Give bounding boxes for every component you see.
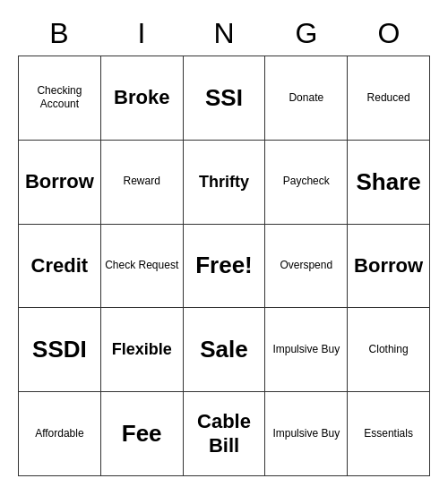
bingo-cell[interactable]: Impulsive Buy (265, 308, 348, 392)
bingo-cell[interactable]: Donate (265, 56, 348, 141)
bingo-cell[interactable]: Essentials (348, 392, 430, 476)
cell-text: Impulsive Buy (272, 343, 340, 357)
bingo-cell[interactable]: Free! (184, 225, 266, 309)
bingo-cell[interactable]: Checking Account (19, 56, 101, 141)
bingo-cell[interactable]: Paycheck (265, 141, 348, 225)
cell-text: Borrow (25, 170, 94, 193)
bingo-cell[interactable]: Thrifty (184, 141, 266, 225)
bingo-cell[interactable]: Sale (184, 308, 266, 392)
bingo-card: BINGO Checking AccountBrokeSSIDonateRedu… (18, 11, 430, 476)
bingo-cell[interactable]: Reduced (348, 56, 430, 141)
cell-text: Free! (195, 252, 253, 279)
cell-text: Thrifty (199, 173, 249, 192)
bingo-cell[interactable]: SSDI (19, 308, 101, 392)
cell-text: Fee (122, 420, 162, 448)
cell-text: Flexible (112, 340, 172, 359)
cell-text: Checking Account (22, 84, 97, 112)
cell-text: Share (356, 168, 420, 196)
cell-text: Reduced (367, 91, 410, 106)
cell-text: Reward (124, 175, 160, 189)
cell-text: Affordable (35, 427, 84, 441)
bingo-cell[interactable]: Flexible (101, 308, 184, 392)
bingo-cell[interactable]: Credit (19, 225, 101, 309)
cell-text: Borrow (354, 254, 423, 278)
cell-text: Overspend (280, 259, 332, 273)
bingo-cell[interactable]: Clothing (348, 308, 430, 392)
bingo-cell[interactable]: Broke (101, 56, 184, 141)
cell-text: Broke (114, 86, 169, 109)
cell-text: Sale (200, 336, 248, 363)
bingo-cell[interactable]: Fee (101, 392, 184, 476)
bingo-cell[interactable]: Borrow (348, 225, 430, 309)
cell-text: Clothing (369, 343, 409, 357)
bingo-cell[interactable]: SSI (184, 56, 266, 141)
cell-text: Impulsive Buy (272, 427, 340, 441)
bingo-cell[interactable]: Impulsive Buy (265, 392, 348, 476)
cell-text: Check Request (105, 259, 178, 273)
bingo-cell[interactable]: Share (348, 141, 430, 225)
bingo-cell[interactable]: Affordable (19, 392, 101, 476)
cell-text: SSDI (32, 336, 87, 363)
bingo-cell[interactable]: Reward (101, 141, 184, 225)
bingo-grid: Checking AccountBrokeSSIDonateReducedBor… (18, 56, 430, 476)
cell-text: Essentials (364, 427, 413, 441)
bingo-header: BINGO (18, 11, 430, 56)
cell-text: Cable Bill (187, 410, 262, 457)
header-letter: I (100, 11, 183, 56)
header-letter: B (18, 11, 100, 56)
bingo-cell[interactable]: Borrow (19, 141, 101, 225)
cell-text: SSI (205, 84, 243, 112)
header-letter: G (265, 11, 348, 56)
bingo-cell[interactable]: Cable Bill (184, 392, 266, 476)
cell-text: Donate (289, 91, 323, 106)
header-letter: N (183, 11, 265, 56)
bingo-cell[interactable]: Check Request (101, 225, 184, 309)
header-letter: O (348, 11, 430, 56)
cell-text: Credit (31, 254, 89, 278)
bingo-cell[interactable]: Overspend (265, 225, 348, 309)
cell-text: Paycheck (283, 175, 330, 189)
